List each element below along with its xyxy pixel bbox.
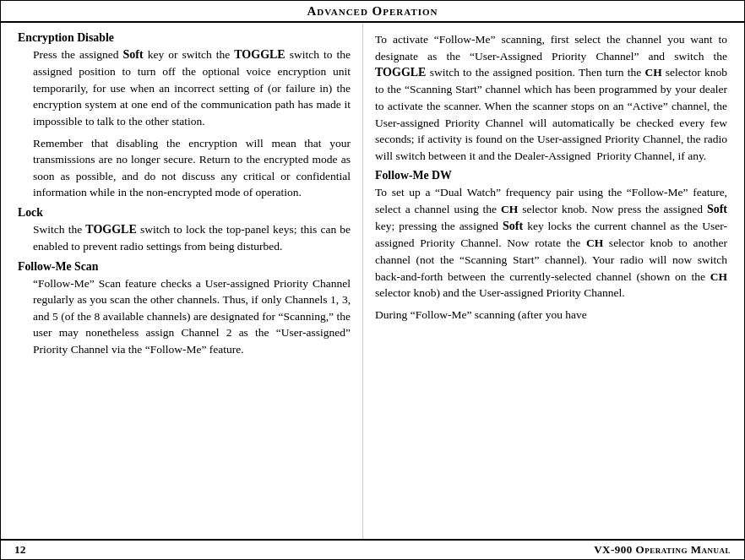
encryption-para-1: Press the assigned Soft key or switch th… <box>33 46 351 130</box>
follow-me-scan-para-1: “Follow-Me” Scan feature checks a User-a… <box>33 275 351 358</box>
page-footer: 12 VX-900 Operating Manual <box>1 539 744 559</box>
section-body-encryption-disable: Press the assigned Soft key or switch th… <box>18 46 351 201</box>
left-column: Encryption Disable Press the assigned So… <box>1 23 363 539</box>
follow-me-dw-para-2: During “Follow-Me” scanning (after you h… <box>375 307 727 323</box>
section-encryption-disable: Encryption Disable Press the assigned So… <box>18 31 351 201</box>
section-body-lock: Switch the TOGGLE switch to lock the top… <box>18 221 351 255</box>
section-title-lock: Lock <box>18 206 351 220</box>
footer-page-number: 12 <box>14 543 26 557</box>
section-title-follow-me-scan: Follow-Me Scan <box>18 260 351 274</box>
section-body-follow-me-scan-continued: To activate “Follow-Me” scanning, first … <box>375 31 727 164</box>
toggle-label-1: TOGGLE <box>234 48 285 61</box>
toggle-label-2: TOGGLE <box>85 223 136 236</box>
section-title-follow-me-dw: Follow-Me DW <box>375 169 727 182</box>
follow-me-scan-continued-para-1: To activate “Follow-Me” scanning, first … <box>375 31 727 164</box>
ch-label-2: CH <box>501 203 518 215</box>
footer-manual-name: VX-900 Operating Manual <box>594 543 731 557</box>
section-body-follow-me-scan: “Follow-Me” Scan feature checks a User-a… <box>18 275 351 358</box>
follow-me-dw-para-1: To set up a “Dual Watch” frequency pair … <box>375 184 727 301</box>
content-area: Encryption Disable Press the assigned So… <box>1 23 744 539</box>
section-follow-me-dw: Follow-Me DW To set up a “Dual Watch” fr… <box>375 169 727 323</box>
section-follow-me-scan-continued: To activate “Follow-Me” scanning, first … <box>375 31 727 164</box>
section-body-follow-me-dw: To set up a “Dual Watch” frequency pair … <box>375 184 727 323</box>
right-column: To activate “Follow-Me” scanning, first … <box>363 23 744 539</box>
toggle-label-3: TOGGLE <box>375 66 426 79</box>
ch-label-3: CH <box>586 237 603 249</box>
soft-label-1: Soft <box>123 48 144 61</box>
soft-label-3: Soft <box>503 220 523 232</box>
encryption-para-2: Remember that disabling the encryption w… <box>33 135 351 201</box>
section-lock: Lock Switch the TOGGLE switch to lock th… <box>18 206 351 255</box>
header-title: Advanced Operation <box>307 4 438 18</box>
section-title-encryption-disable: Encryption Disable <box>18 31 351 45</box>
page-header: Advanced Operation <box>1 1 744 23</box>
ch-label-1: CH <box>644 66 661 79</box>
ch-label-4: CH <box>710 270 727 283</box>
lock-para-1: Switch the TOGGLE switch to lock the top… <box>33 221 351 255</box>
section-follow-me-scan: Follow-Me Scan “Follow-Me” Scan feature … <box>18 260 351 358</box>
soft-label-2: Soft <box>707 203 727 215</box>
page-container: Advanced Operation Encryption Disable Pr… <box>0 0 745 560</box>
